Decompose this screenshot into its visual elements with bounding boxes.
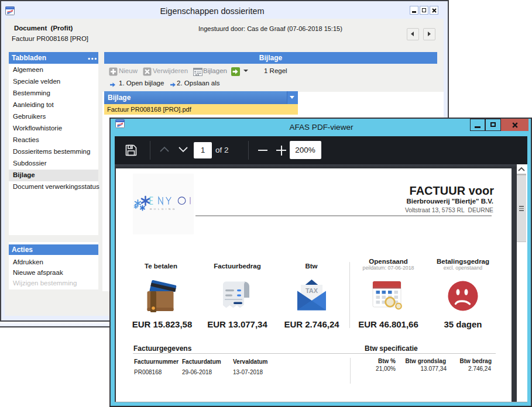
svg-text:TAX: TAX bbox=[306, 287, 318, 294]
svg-text:HOLDING: HOLDING bbox=[150, 208, 177, 211]
